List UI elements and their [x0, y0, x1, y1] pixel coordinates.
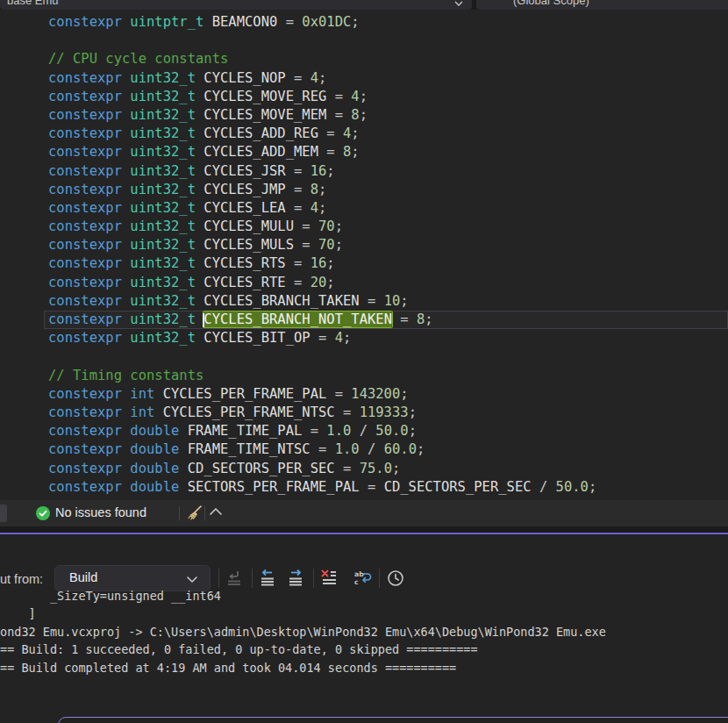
output-search-box[interactable] — [58, 717, 728, 723]
code-cleanup-broom-icon[interactable] — [183, 504, 204, 525]
code-token: CYCLES_MOVE_REG — [203, 89, 326, 104]
code-token: constexpr — [48, 144, 130, 160]
code-line[interactable]: constexpr double FRAME_TIME_PAL = 1.0 / … — [0, 422, 728, 440]
code-token: ; — [351, 125, 359, 141]
code-line[interactable] — [0, 347, 728, 366]
code-token: uint32_t — [130, 70, 203, 86]
code-token: constexpr — [48, 163, 130, 179]
window-gap — [0, 526, 728, 533]
code-token: 70 — [318, 218, 335, 234]
code-line[interactable]: constexpr uint32_t CYCLES_RTE = 20; — [0, 274, 728, 292]
output-source-value: Build — [69, 570, 97, 584]
code-token: CYCLES_MULS — [203, 237, 294, 253]
code-token: ; — [360, 107, 368, 123]
output-line: == Build completed at 4:19 AM and took 0… — [0, 659, 728, 676]
check-circle-icon — [36, 506, 50, 520]
code-token: = — [286, 275, 310, 290]
code-line[interactable]: constexpr uint32_t CYCLES_JMP = 8; — [0, 181, 728, 199]
code-token: 8 — [351, 107, 359, 123]
code-token: = — [335, 404, 360, 420]
svg-text:c: c — [354, 578, 359, 586]
code-token: = — [360, 293, 384, 309]
code-token: SECTORS_PER_FRAME_PAL — [188, 479, 360, 495]
code-token: = — [310, 330, 335, 346]
code-line[interactable]: constexpr uint32_t CYCLES_NOP = 4; — [0, 69, 728, 88]
code-editor[interactable]: constexpr uintptr_t BEAMCON0 = 0x01DC;//… — [0, 10, 728, 500]
code-token: 4 — [343, 125, 351, 141]
code-line[interactable]: constexpr uint32_t CYCLES_MULS = 70; — [0, 236, 728, 254]
code-line[interactable]: constexpr uint32_t CYCLES_MOVE_REG = 4; — [0, 88, 728, 106]
previous-message-icon[interactable] — [258, 569, 277, 588]
project-dropdown[interactable]: base Emu — [0, 0, 472, 10]
highlighted-token: CYCLES_BRANCH_NOT_TAKEN — [203, 311, 392, 327]
output-line: ] — [0, 605, 728, 622]
code-token: 1.0 — [326, 423, 351, 439]
code-line[interactable]: constexpr uint32_t CYCLES_RTS = 16; — [0, 254, 728, 273]
code-line[interactable]: constexpr uint32_t CYCLES_BIT_OP = 4; — [0, 329, 728, 347]
code-token: = — [326, 89, 351, 104]
code-token: uint32_t — [130, 218, 203, 234]
scope-dropdown[interactable]: (Global Scope) — [476, 0, 728, 10]
go-to-message-icon[interactable] — [225, 569, 244, 588]
code-token: 16 — [310, 255, 327, 271]
code-token: 8 — [417, 311, 425, 327]
code-token: = — [318, 144, 343, 160]
code-token: double — [130, 423, 187, 439]
code-line-current[interactable]: constexpr uint32_t CYCLES_BRANCH_NOT_TAK… — [44, 311, 728, 329]
code-token: // CPU cycle constants — [48, 51, 228, 67]
code-line[interactable]: constexpr uint32_t CYCLES_MULU = 70; — [0, 218, 728, 236]
code-token: = — [392, 311, 417, 327]
code-line[interactable]: constexpr double FRAME_TIME_NTSC = 1.0 /… — [0, 440, 728, 459]
code-line[interactable]: constexpr uint32_t CYCLES_ADD_REG = 4; — [0, 125, 728, 143]
separator — [204, 506, 205, 520]
code-token: = — [326, 386, 351, 402]
code-line[interactable]: // CPU cycle constants — [0, 50, 728, 68]
code-token: = — [318, 125, 343, 141]
code-token: uintptr_t — [130, 14, 211, 30]
code-token: // Timing constants — [48, 368, 203, 383]
separator — [313, 569, 314, 588]
code-line[interactable]: constexpr uint32_t CYCLES_BRANCH_TAKEN =… — [0, 292, 728, 311]
collapse-chevron-icon[interactable] — [209, 507, 223, 516]
code-token: = — [286, 163, 310, 179]
code-token: 0x01DC — [302, 14, 351, 30]
code-token: int — [130, 404, 162, 420]
code-token: = — [326, 107, 351, 123]
code-line[interactable]: constexpr uint32_t CYCLES_MOVE_MEM = 8; — [0, 106, 728, 125]
code-token: constexpr — [48, 386, 130, 402]
code-token: uint32_t — [130, 255, 203, 271]
code-token: ; — [400, 386, 408, 402]
code-line[interactable]: constexpr double CD_SECTORS_PER_SEC = 75… — [0, 460, 728, 478]
code-token: uint32_t — [130, 200, 203, 216]
code-line[interactable]: constexpr uintptr_t BEAMCON0 = 0x01DC; — [0, 13, 728, 32]
separator — [218, 569, 219, 588]
code-line[interactable]: constexpr int CYCLES_PER_FRAME_NTSC = 11… — [0, 404, 728, 422]
code-token: ; — [392, 461, 400, 476]
code-token: constexpr — [48, 275, 130, 290]
output-log[interactable]: _SizeTy=unsigned __int64 ]ond32 Emu.vcxp… — [0, 587, 728, 676]
chevron-down-icon — [187, 576, 197, 583]
code-token: 16 — [310, 163, 327, 179]
next-message-icon[interactable] — [286, 569, 305, 588]
code-line[interactable]: constexpr int CYCLES_PER_FRAME_PAL = 143… — [0, 385, 728, 404]
code-line[interactable]: constexpr uint32_t CYCLES_ADD_MEM = 8; — [0, 143, 728, 161]
code-line[interactable]: // Timing constants — [0, 367, 728, 385]
code-token: uint32_t — [130, 237, 203, 253]
separator — [179, 506, 180, 520]
code-line[interactable]: constexpr uint32_t CYCLES_JSR = 16; — [0, 162, 728, 181]
word-wrap-icon[interactable]: ab c — [353, 569, 373, 588]
code-line[interactable]: constexpr double SECTORS_PER_FRAME_PAL =… — [0, 478, 728, 497]
code-token: uint32_t — [130, 89, 203, 104]
code-token: = — [286, 182, 310, 197]
code-token: ; — [409, 423, 417, 439]
clear-all-icon[interactable] — [319, 569, 339, 588]
code-token: uint32_t — [130, 182, 203, 197]
code-line[interactable]: constexpr uint32_t CYCLES_LEA = 4; — [0, 199, 728, 218]
code-line[interactable] — [0, 32, 728, 50]
code-token: constexpr — [48, 311, 130, 327]
code-token: = — [335, 461, 360, 476]
code-token: ; — [343, 330, 351, 346]
code-token: = — [360, 479, 384, 495]
code-token: constexpr — [48, 404, 130, 420]
timestamp-clock-icon[interactable] — [386, 569, 405, 588]
